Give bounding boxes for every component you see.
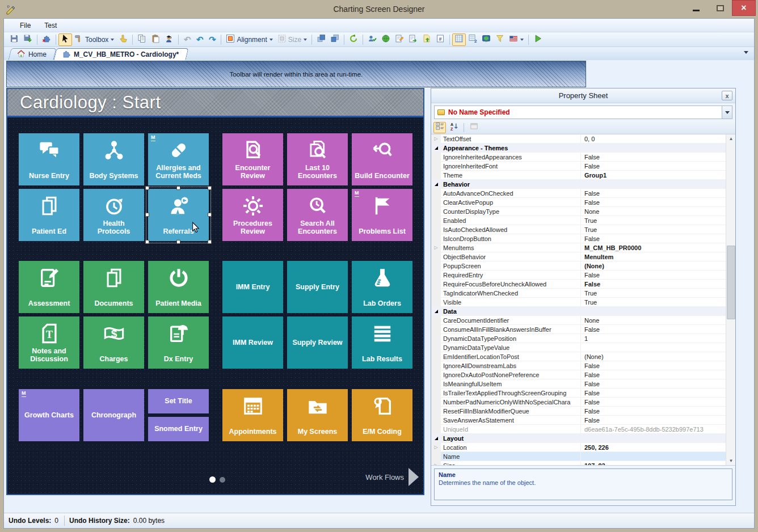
tile-supply-review[interactable]: Supply Review xyxy=(287,316,348,369)
collapse-icon[interactable] xyxy=(435,183,438,186)
tile-assessment[interactable]: Assessment xyxy=(19,261,79,313)
property-row-clearactivepopup[interactable]: ClearActivePopup False xyxy=(431,198,726,207)
selection-handle[interactable] xyxy=(176,240,180,244)
tile-chronograph[interactable]: Chronograph xyxy=(83,389,144,441)
object-selector-dropdown-button[interactable] xyxy=(722,106,732,119)
expand-icon[interactable]: ▷ xyxy=(434,137,437,141)
tile-charges[interactable]: $Charges xyxy=(83,316,144,369)
menu-file[interactable]: File xyxy=(14,20,36,31)
close-button[interactable]: × xyxy=(732,0,756,16)
selection-handle[interactable] xyxy=(208,240,212,244)
property-row-numberpadnumericonlywithnospecialchara[interactable]: NumberPadNumericOnlyWithNoSpecialChara F… xyxy=(431,398,726,407)
collapse-icon[interactable] xyxy=(435,146,438,150)
property-row-menuitems[interactable]: ▷ MenuItems M_CM_HB_PR0000 xyxy=(431,243,726,252)
toolbox-button[interactable]: Toolbox xyxy=(72,33,116,46)
validate-user-button[interactable] xyxy=(365,33,379,46)
tile-health-protocols[interactable]: Health Protocols xyxy=(83,189,144,241)
form-number-button[interactable]: # xyxy=(433,33,447,46)
tile-allergies-and-current-meds[interactable]: MAllergies and Current Meds xyxy=(148,133,209,185)
tile-dx-entry[interactable]: Dx Entry xyxy=(148,316,209,369)
copy-button[interactable] xyxy=(135,33,149,46)
property-row-caredocumentidentifier[interactable]: CareDocumentIdentifier None xyxy=(431,316,726,325)
tile-patient-media[interactable]: Patient Media xyxy=(148,261,209,313)
paste-button[interactable] xyxy=(149,33,162,46)
tile-encounter-review[interactable]: Encounter Review xyxy=(222,133,283,185)
property-row-ignoredxautopostnonepreference[interactable]: IgnoreDxAutoPostNonePreference False xyxy=(431,370,726,379)
send-to-back-button[interactable] xyxy=(328,33,342,46)
property-row-resetfillinblankmodifierqueue[interactable]: ResetFillInBlankModifierQueue False xyxy=(431,407,726,416)
property-row-ignoreinheritedappearances[interactable]: IgnoreInheritedAppearances False xyxy=(431,153,726,162)
tile-nurse-entry[interactable]: Nurse Entry xyxy=(19,133,79,185)
save-button[interactable] xyxy=(7,33,21,46)
tile-notes-and-discussion[interactable]: TNotes and Discussion xyxy=(19,316,79,369)
property-row-objectbehavior[interactable]: ObjectBehavior MenuItem xyxy=(431,252,726,261)
tile-appointments[interactable]: Appointments xyxy=(222,389,283,441)
expand-icon[interactable]: ▷ xyxy=(434,445,437,450)
minimize-button[interactable] xyxy=(684,0,708,16)
menu-test[interactable]: Test xyxy=(39,20,62,31)
tile-documents[interactable]: Documents xyxy=(83,261,144,313)
tile-imm-entry[interactable]: IMM Entry xyxy=(222,261,283,313)
tile-supply-entry[interactable]: Supply Entry xyxy=(287,261,348,313)
alignment-button[interactable]: Alignment xyxy=(224,33,275,46)
property-row-ismeaningfuluseitem[interactable]: IsMeaningfulUseItem False xyxy=(431,379,726,389)
globe-tool-button[interactable] xyxy=(379,33,393,46)
size-button[interactable]: Size xyxy=(275,33,309,46)
property-sheet-close-button[interactable]: x xyxy=(722,91,732,100)
alphabetical-view-button[interactable]: AZ xyxy=(448,122,460,133)
scrollbar-thumb[interactable] xyxy=(727,246,735,319)
tile-patient-ed[interactable]: Patient Ed xyxy=(19,189,79,241)
page-dot[interactable] xyxy=(220,477,225,483)
collapse-icon[interactable] xyxy=(435,437,438,440)
property-row-dynamicdatatypevalue[interactable]: DynamicDataTypeValue xyxy=(431,343,726,352)
tile-build-encounter[interactable]: Build Encounter xyxy=(352,133,412,185)
page-dot[interactable] xyxy=(209,476,216,483)
tile-referrals[interactable]: Referrals xyxy=(148,189,209,241)
property-row-uniqueid[interactable]: UniqueId d6eae61a-7e5c-495b-8ddb-5232b99… xyxy=(431,425,726,434)
tile-search-all-encounters[interactable]: Search All Encounters xyxy=(287,189,348,241)
grid-secondary-button[interactable]: 2 xyxy=(466,33,479,46)
tile-snomed-entry[interactable]: Snomed Entry xyxy=(148,417,209,441)
property-row-saveanswerasstatement[interactable]: SaveAnswerAsStatement False xyxy=(431,416,726,425)
tile-imm-review[interactable]: IMM Review xyxy=(222,316,283,369)
hand-tool-button[interactable] xyxy=(116,33,130,46)
tile-procedures-review[interactable]: Procedures Review xyxy=(222,189,283,241)
undo-button[interactable]: ↶ xyxy=(193,33,206,46)
property-row-size[interactable]: ▷ Size 107, 92 xyxy=(431,461,726,466)
property-row-popupscreen[interactable]: PopupScreen (None) xyxy=(431,261,726,271)
property-row-emidentifierlocationtopost[interactable]: EmIdentifierLocationToPost (None) xyxy=(431,352,726,361)
filter-button[interactable] xyxy=(493,33,507,46)
selection-handle[interactable] xyxy=(145,186,149,190)
expand-icon[interactable]: ▷ xyxy=(434,463,437,466)
tab-screen[interactable]: M_CV_HB_METRO - Cardiology* xyxy=(53,48,189,60)
preview-screen-button[interactable] xyxy=(479,33,493,46)
property-row-istrailertextappliedthroughscreengrouping[interactable]: IsTrailerTextAppliedThroughScreenGroupin… xyxy=(431,389,726,398)
property-row-autoadvanceonchecked[interactable]: AutoAdvanceOnChecked False xyxy=(431,189,726,198)
tile-my-screens[interactable]: My Screens xyxy=(287,389,348,441)
scroll-up-icon[interactable]: ▲ xyxy=(726,134,735,143)
selection-handle[interactable] xyxy=(208,186,212,190)
bring-to-front-button[interactable] xyxy=(314,33,328,46)
tile-lab-results[interactable]: Lab Results xyxy=(352,316,412,369)
save-all-button[interactable] xyxy=(21,33,35,46)
maximize-button[interactable] xyxy=(708,0,732,16)
tab-list-dropdown-icon[interactable] xyxy=(744,51,748,54)
property-row-counterdisplaytype[interactable]: CounterDisplayType None xyxy=(431,207,726,216)
property-row-visible[interactable]: Visible True xyxy=(431,298,726,307)
property-row-isicondropbutton[interactable]: IsIconDropButton False xyxy=(431,234,726,243)
tile-set-title[interactable]: Set Title xyxy=(148,389,209,413)
property-row-consumeallinfillblankanswersinbuffer[interactable]: ConsumeAllInFillBlankAnswersInBuffer Fal… xyxy=(431,325,726,334)
property-row-name[interactable]: Name xyxy=(431,452,726,461)
work-flows-nav[interactable]: Work Flows xyxy=(365,468,419,486)
form-edit-button[interactable] xyxy=(393,33,406,46)
property-row-ignoreinheritedfont[interactable]: IgnoreInheritedFont False xyxy=(431,162,726,171)
property-category-data[interactable]: Data xyxy=(431,307,726,316)
property-grid-scrollbar[interactable]: ▲ ▼ xyxy=(726,134,735,465)
property-row-isautocheckedallowed[interactable]: IsAutoCheckedAllowed True xyxy=(431,225,726,234)
property-row-dynamicdatatypeposition[interactable]: DynamicDataTypePosition 1 xyxy=(431,334,726,343)
property-category-behavior[interactable]: Behavior xyxy=(431,180,726,189)
property-category-layout[interactable]: Layout xyxy=(431,434,726,443)
property-category-appearance-themes[interactable]: Appearance - Themes xyxy=(431,143,726,153)
redo-button[interactable]: ↷ xyxy=(206,33,218,46)
tile-e-m-coding[interactable]: E/M Coding xyxy=(352,389,412,441)
